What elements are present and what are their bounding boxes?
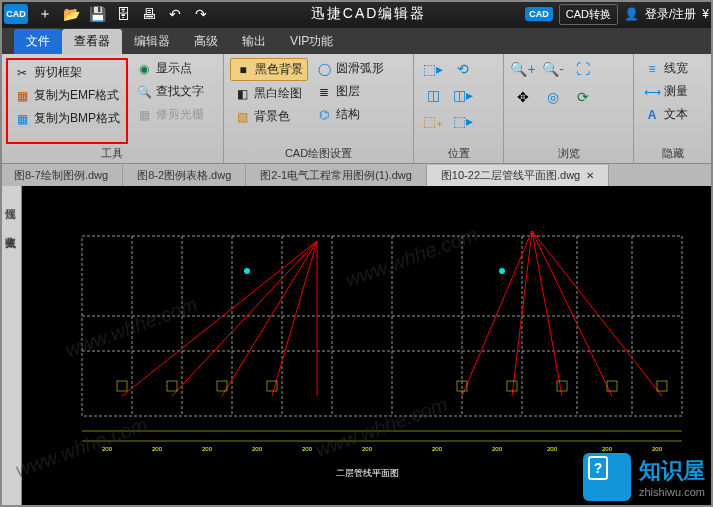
doctab-4-label: 图10-22二层管线平面图.dwg: [441, 169, 580, 181]
layers-button[interactable]: ≣图层: [312, 81, 388, 102]
raster-icon: ▦: [136, 107, 152, 123]
pos-icon-2[interactable]: ⟲: [450, 58, 476, 80]
pos-icon-6[interactable]: ⬚▸: [450, 110, 476, 132]
ribbon-group-browse: 🔍+ 🔍- ⛶ ✥ ◎ ⟳ 浏览: [504, 54, 634, 163]
text-button[interactable]: A文本: [640, 104, 692, 125]
measure-button[interactable]: ⟷测量: [640, 81, 692, 102]
palette-icon: ▧: [234, 109, 250, 125]
find-text-label: 查找文字: [156, 83, 204, 100]
bw-draw-label: 黑白绘图: [254, 85, 302, 102]
group-label-tools: 工具: [6, 144, 217, 163]
svg-rect-46: [657, 381, 667, 391]
svg-point-37: [499, 268, 505, 274]
linewidth-icon: ≡: [644, 61, 660, 77]
pan-icon[interactable]: ✥: [510, 86, 536, 108]
ruler-icon: ⟷: [644, 84, 660, 100]
bw-icon: ◧: [234, 86, 250, 102]
group-label-cad-draw: CAD绘图设置: [230, 144, 407, 163]
bg-color-button[interactable]: ▧背景色: [230, 106, 308, 127]
svg-text:200: 200: [602, 446, 613, 452]
pos-icon-3[interactable]: ◫: [420, 84, 446, 106]
brand-badge: ? 知识屋 zhishiwu.com: [583, 453, 705, 501]
svg-rect-44: [557, 381, 567, 391]
undo-icon[interactable]: ↶: [164, 3, 186, 25]
zoom-fit-icon[interactable]: ⛶: [570, 58, 596, 80]
tab-output[interactable]: 输出: [230, 29, 278, 54]
tab-file[interactable]: 文件: [14, 29, 62, 54]
trim-raster-button: ▦修剪光栅: [132, 104, 208, 125]
svg-text:?: ?: [594, 460, 603, 476]
svg-text:200: 200: [102, 446, 113, 452]
tab-viewer[interactable]: 查看器: [62, 29, 122, 54]
svg-text:200: 200: [152, 446, 163, 452]
brand-domain: zhishiwu.com: [639, 486, 705, 498]
drawing-canvas[interactable]: 200200200 200200200 200200200 200200: [22, 186, 713, 507]
workspace: 属性 收藏夹: [0, 186, 713, 507]
sidetab-properties[interactable]: 属性: [1, 196, 20, 204]
bw-draw-button[interactable]: ◧黑白绘图: [230, 83, 308, 104]
tab-vip[interactable]: VIP功能: [278, 29, 345, 54]
svg-rect-0: [82, 236, 682, 416]
saveall-icon[interactable]: 🗄: [112, 3, 134, 25]
pos-icon-4[interactable]: ◫▸: [450, 84, 476, 106]
tab-advanced[interactable]: 高级: [182, 29, 230, 54]
login-link[interactable]: 登录/注册: [645, 6, 696, 23]
black-bg-label: 黑色背景: [255, 61, 303, 78]
app-title: 迅捷CAD编辑器: [212, 5, 525, 23]
tab-editor[interactable]: 编辑器: [122, 29, 182, 54]
copy-emf-label: 复制为EMF格式: [34, 87, 119, 104]
svg-line-28: [222, 241, 317, 396]
save-icon[interactable]: 💾: [86, 3, 108, 25]
zoom-out-icon[interactable]: 🔍-: [540, 58, 566, 80]
brand-name: 知识屋: [639, 456, 705, 486]
document-tabs: 图8-7绘制图例.dwg 图8-2图例表格.dwg 图2-1电气工程常用图例(1…: [0, 164, 713, 186]
svg-text:200: 200: [652, 446, 663, 452]
svg-rect-39: [167, 381, 177, 391]
line-width-button[interactable]: ≡线宽: [640, 58, 692, 79]
ribbon-group-hide: ≡线宽 ⟷测量 A文本 隐藏: [634, 54, 713, 163]
emf-icon: ▦: [14, 88, 30, 104]
print-icon[interactable]: 🖶: [138, 3, 160, 25]
refresh-icon[interactable]: ⟳: [570, 86, 596, 108]
doctab-3[interactable]: 图2-1电气工程常用图例(1).dwg: [246, 165, 427, 186]
text-icon: A: [644, 107, 660, 123]
open-icon[interactable]: 📂: [60, 3, 82, 25]
group-label-position: 位置: [420, 144, 497, 163]
copy-bmp-button[interactable]: ▦复制为BMP格式: [10, 108, 124, 129]
cut-frame-button[interactable]: ✂剪切框架: [10, 62, 124, 83]
doctab-2[interactable]: 图8-2图例表格.dwg: [123, 165, 246, 186]
layers-icon: ≣: [316, 84, 332, 100]
layers-label: 图层: [336, 83, 360, 100]
show-point-button[interactable]: ◉显示点: [132, 58, 208, 79]
doctab-1[interactable]: 图8-7绘制图例.dwg: [0, 165, 123, 186]
brand-icon: ?: [583, 453, 631, 501]
titlebar: CAD ＋ 📂 💾 🗄 🖶 ↶ ↷ 迅捷CAD编辑器 CAD CAD转换 👤 登…: [0, 0, 713, 28]
doctab-4[interactable]: 图10-22二层管线平面图.dwg✕: [427, 165, 609, 186]
side-panel: 属性 收藏夹: [0, 186, 22, 507]
copy-emf-button[interactable]: ▦复制为EMF格式: [10, 85, 124, 106]
ribbon: ✂剪切框架 ▦复制为EMF格式 ▦复制为BMP格式 ◉显示点 🔍查找文字 ▦修剪…: [0, 54, 713, 164]
find-text-button[interactable]: 🔍查找文字: [132, 81, 208, 102]
sidetab-favorites[interactable]: 收藏夹: [1, 224, 20, 232]
zoom-in-icon[interactable]: 🔍+: [510, 58, 536, 80]
cad-convert-button[interactable]: CAD转换: [559, 4, 618, 25]
view-icon[interactable]: ◎: [540, 86, 566, 108]
pos-icon-5[interactable]: ⬚₊: [420, 110, 446, 132]
svg-text:200: 200: [252, 446, 263, 452]
user-icon[interactable]: 👤: [624, 7, 639, 21]
black-bg-button[interactable]: ■黑色背景: [230, 58, 308, 81]
arc-icon: ◯: [316, 61, 332, 77]
redo-icon[interactable]: ↷: [190, 3, 212, 25]
smooth-arc-button[interactable]: ◯圆滑弧形: [312, 58, 388, 79]
pos-icon-1[interactable]: ⬚▸: [420, 58, 446, 80]
new-icon[interactable]: ＋: [34, 3, 56, 25]
point-icon: ◉: [136, 61, 152, 77]
quick-access-toolbar: ＋ 📂 💾 🗄 🖶 ↶ ↷: [34, 3, 212, 25]
close-icon[interactable]: ✕: [586, 170, 594, 181]
svg-text:200: 200: [362, 446, 373, 452]
black-bg-icon: ■: [235, 62, 251, 78]
structure-button[interactable]: ⌬结构: [312, 104, 388, 125]
currency-icon[interactable]: ¥: [702, 7, 709, 21]
svg-rect-43: [507, 381, 517, 391]
svg-line-29: [272, 241, 317, 396]
